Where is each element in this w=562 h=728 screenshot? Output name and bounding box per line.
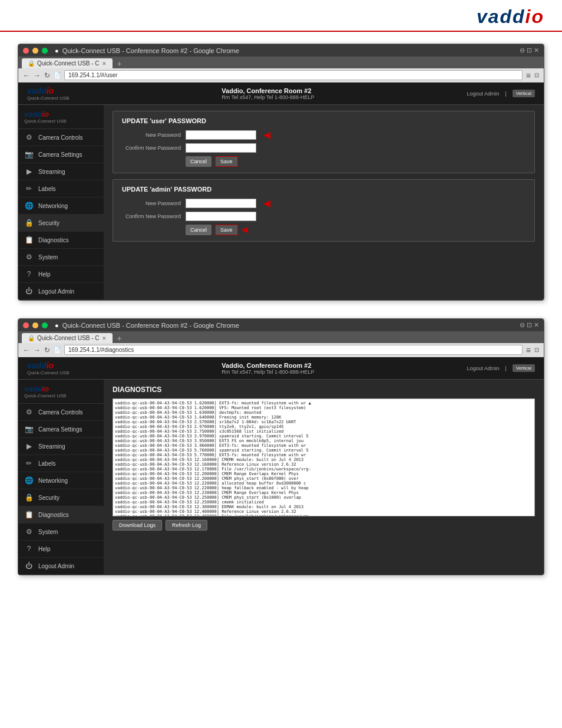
sidebar-item-networking-1[interactable]: 🌐 Networking — [18, 197, 104, 215]
user-password-section: UPDATE 'user' PASSWORD New Password ◀ Co… — [113, 111, 535, 173]
sidebar-item-camera-settings-2[interactable]: 📷 Camera Settings — [18, 421, 104, 438]
sidebar-logo-1: vaddio Quick-Connect USB — [18, 105, 104, 129]
user-new-password-input[interactable] — [186, 130, 256, 140]
close-dot-2[interactable] — [23, 322, 29, 328]
vertical-button-1[interactable]: Vertical — [513, 90, 535, 97]
new-tab-button-1[interactable]: + — [117, 59, 122, 68]
active-tab-1[interactable]: 🔒 Quick-Connect USB - C ✕ — [22, 58, 113, 68]
sidebar-item-labels-2[interactable]: ✏ Labels — [18, 455, 104, 472]
sidebar-item-camera-controls-2[interactable]: ⚙ Camera Controls — [18, 404, 104, 421]
logout-link-2[interactable]: Logout Admin — [467, 365, 499, 371]
sidebar-item-diagnostics-1[interactable]: 📋 Diagnostics — [18, 232, 104, 249]
sidebar-item-help-1[interactable]: ? Help — [18, 266, 104, 283]
sidebar-logo-sub-2: Quick-Connect USB — [24, 393, 98, 398]
security-icon-1: 🔒 — [24, 218, 34, 228]
address-input-1[interactable] — [64, 70, 523, 80]
tab-close-2[interactable]: ✕ — [102, 335, 107, 341]
sidebar-item-help-2[interactable]: ? Help — [18, 541, 104, 558]
log-line: vaddio-qc-usb-00-04-A3-94-C0-53 2.970000… — [115, 424, 533, 429]
minimize-dot-2[interactable] — [32, 322, 38, 328]
back-button-2[interactable]: ← — [23, 346, 30, 354]
sidebar-item-diagnostics-2[interactable]: ▶ 📋 Diagnostics — [18, 506, 104, 523]
app-logo-subtitle-1: Quick-Connect USB — [27, 95, 70, 101]
forward-button-1[interactable]: → — [34, 71, 41, 80]
user-save-button[interactable]: Save — [215, 156, 238, 167]
log-line: vaddio-qc-usb-00-04-A3-94-C0-53 3.960000… — [115, 443, 533, 448]
download-logs-button[interactable]: Download Logs — [113, 520, 162, 531]
reload-button-2[interactable]: ↻ — [44, 346, 50, 354]
tab-label-1: Quick-Connect USB - C — [37, 60, 100, 67]
sidebar-item-streaming-2[interactable]: ▶ Streaming — [18, 438, 104, 455]
sidebar-item-security-2[interactable]: 🔒 Security — [18, 489, 104, 506]
main-content-2: DIAGNOSTICS vaddio-qc-usb-00-04-A3-94-C0… — [104, 380, 544, 575]
user-confirm-password-input[interactable] — [186, 143, 256, 153]
reload-button-1[interactable]: ↻ — [44, 71, 50, 80]
tab-bar-1: 🔒 Quick-Connect USB - C ✕ + — [18, 57, 544, 68]
log-line: vaddio-qc-usb-00-04-A3-94-C0-53 2.570000… — [115, 420, 533, 424]
browser-title-2: Quick-Connect USB - Conference Room #2 -… — [62, 322, 239, 329]
system-icon-2: ⚙ — [24, 527, 34, 536]
maximize-dot-2[interactable] — [42, 322, 48, 328]
device-subtitle-1: Rm Tel x547, Help Tel 1-800-888-HELP — [222, 94, 314, 100]
app-logo-2: vaddio Quick-Connect USB — [27, 361, 70, 375]
app-header-left-1: vaddio Quick-Connect USB — [27, 86, 70, 101]
sidebar-item-labels-1[interactable]: ✏ Labels — [18, 180, 104, 197]
diagnostics-log[interactable]: vaddio-qc-usb-00-04-A3-94-C0-53 1.620000… — [113, 398, 535, 516]
sidebar-label-diagnostics-1: Diagnostics — [38, 237, 69, 243]
new-tab-button-2[interactable]: + — [117, 334, 122, 343]
streaming-icon-2: ▶ — [24, 442, 34, 451]
sidebar-label-streaming-1: Streaming — [38, 169, 65, 175]
log-line: vaddio-qc-usb-00-04-A3-94-C0-53 12.17000… — [115, 467, 533, 472]
labels-icon-1: ✏ — [24, 184, 34, 193]
logout-icon-1: ⏻ — [24, 286, 34, 296]
page-content: ● Quick-Connect USB - Conference Room #2… — [0, 38, 562, 593]
log-line: vaddio-qc-usb-00-04-A3-94-C0-53 12.40000… — [115, 509, 533, 514]
sidebar-item-system-2[interactable]: ⚙ System — [18, 523, 104, 541]
sidebar-label-help-1: Help — [38, 271, 51, 278]
admin-new-password-input[interactable] — [186, 199, 256, 208]
log-line: vaddio-qc-usb-00-04-A3-94-C0-53 12.40000… — [115, 514, 533, 516]
admin-cancel-button[interactable]: Cancel — [186, 225, 211, 235]
refresh-log-button[interactable]: Refresh Log — [166, 520, 207, 531]
sidebar-item-system-1[interactable]: ⚙ System — [18, 249, 104, 266]
sidebar-item-camera-settings-1[interactable]: 📷 Camera Settings — [18, 146, 104, 163]
sidebar-item-logout-2[interactable]: ⏻ Logout Admin — [18, 558, 104, 575]
maximize-dot[interactable] — [42, 48, 48, 54]
admin-save-button[interactable]: Save — [215, 225, 238, 235]
menu-icon-1[interactable]: ≡ — [526, 71, 531, 80]
logout-link-1[interactable]: Logout Admin — [467, 91, 499, 97]
addressbar-2: ← → ↻ 📄 ≡ ⊡ — [18, 343, 544, 357]
sidebar-item-security-1[interactable]: ▶ 🔒 Security — [18, 215, 104, 232]
sidebar-item-camera-controls-1[interactable]: ⚙ Camera Controls — [18, 129, 104, 146]
sidebar-1: vaddio Quick-Connect USB ⚙ Camera Contro… — [18, 105, 104, 300]
user-password-arrow: ◀ — [263, 129, 270, 140]
log-line: vaddio-qc-usb-00-04-A3-94-C0-53 1.630000… — [115, 410, 533, 415]
logout-icon-2: ⏻ — [24, 561, 34, 571]
log-line: vaddio-qc-usb-00-04-A3-94-C0-53 12.22000… — [115, 481, 533, 486]
admin-password-section: UPDATE 'admin' PASSWORD New Password ◀ C… — [113, 179, 535, 242]
sidebar-item-logout-1[interactable]: ⏻ Logout Admin — [18, 283, 104, 300]
active-tab-2[interactable]: 🔒 Quick-Connect USB - C ✕ — [22, 333, 113, 343]
tab-close-1[interactable]: ✕ — [102, 61, 107, 67]
app-logo-text-2: vaddio — [27, 361, 70, 370]
log-line: vaddio-qc-usb-00-04-A3-94-C0-53 3.970000… — [115, 434, 533, 439]
log-line: vaddio-qc-usb-00-04-A3-94-C0-53 5.770000… — [115, 453, 533, 457]
sidebar-item-streaming-1[interactable]: ▶ Streaming — [18, 163, 104, 180]
user-password-title: UPDATE 'user' PASSWORD — [122, 117, 525, 124]
app-device-info-1: Vaddio, Conference Room #2 Rm Tel x547, … — [222, 87, 314, 100]
forward-button-2[interactable]: → — [34, 346, 41, 354]
sidebar-label-system-2: System — [38, 529, 58, 535]
back-button-1[interactable]: ← — [23, 71, 30, 80]
admin-confirm-password-input[interactable] — [186, 212, 256, 221]
browser-titlebar-2: ● Quick-Connect USB - Conference Room #2… — [18, 319, 544, 331]
log-line: vaddio-qc-usb-00-04-A3-94-C0-53 12.23000… — [115, 490, 533, 495]
sidebar-item-networking-2[interactable]: 🌐 Networking — [18, 472, 104, 489]
sidebar-logo-title-1: vaddio — [24, 110, 98, 118]
close-dot[interactable] — [23, 48, 29, 54]
address-input-2[interactable] — [64, 345, 523, 355]
user-cancel-button[interactable]: Cancel — [186, 156, 211, 167]
vertical-button-2[interactable]: Vertical — [513, 364, 535, 372]
menu-icon-2[interactable]: ≡ — [526, 345, 531, 355]
app-logo-text-1: vaddio — [27, 86, 70, 95]
minimize-dot[interactable] — [32, 48, 38, 54]
